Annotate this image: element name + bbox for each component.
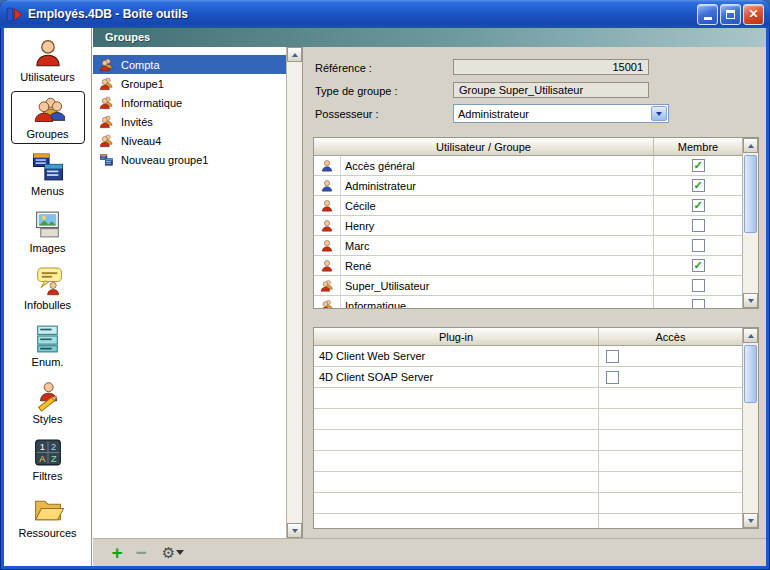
column-header-member[interactable]: Membre [654, 138, 742, 155]
members-scrollbar[interactable] [742, 138, 758, 308]
images-icon [31, 208, 65, 241]
member-row[interactable]: Informatique [314, 296, 742, 308]
delete-group-button[interactable]: − [129, 542, 153, 564]
sidebar-item-label: Filtres [33, 470, 63, 482]
plugin-row[interactable]: 4D Client Web Server [314, 346, 742, 367]
member-icon-cell [314, 296, 341, 308]
member-name: Super_Utilisateur [341, 276, 654, 295]
section-title: Groupes [105, 31, 150, 43]
sidebar-item-label: Utilisateurs [20, 71, 74, 83]
member-row[interactable]: Cécile [314, 196, 742, 216]
group-list-item-groupe1[interactable]: Groupe1 [93, 74, 286, 93]
scroll-up-icon[interactable] [287, 47, 302, 62]
scroll-down-icon[interactable] [743, 293, 758, 308]
member-name: Accès général [341, 156, 654, 175]
column-header-user-group[interactable]: Utilisateur / Groupe [314, 138, 654, 155]
group-list-item-informatique[interactable]: Informatique [93, 93, 286, 112]
member-icon-cell [314, 236, 341, 255]
member-row[interactable]: Accès général [314, 156, 742, 176]
member-checkbox[interactable] [692, 259, 705, 272]
member-cell [654, 276, 742, 295]
maximize-button[interactable] [720, 4, 741, 25]
menus-icon [31, 151, 65, 184]
empty-cell [599, 451, 742, 471]
plugin-empty-row [314, 451, 742, 472]
member-name: Cécile [341, 196, 654, 215]
sidebar-item-menus[interactable]: Menus [11, 148, 85, 201]
member-checkbox[interactable] [692, 219, 705, 232]
empty-cell [314, 451, 599, 471]
close-icon: ✕ [748, 8, 758, 20]
filtres-icon: 12AZ [31, 436, 65, 469]
group-list-item-nouveau-groupe1[interactable]: Nouveau groupe1 [93, 150, 286, 169]
caret-down-icon [176, 550, 184, 555]
member-checkbox[interactable] [692, 199, 705, 212]
member-row[interactable]: Henry [314, 216, 742, 236]
column-header-plugin[interactable]: Plug-in [314, 328, 599, 345]
empty-cell [599, 409, 742, 429]
sidebar-item-ressources[interactable]: Ressources [11, 490, 85, 543]
members-table-header: Utilisateur / Groupe Membre [314, 138, 742, 156]
empty-cell [599, 472, 742, 492]
add-group-button[interactable]: + [105, 542, 129, 564]
chevron-down-icon[interactable] [651, 106, 667, 121]
group-name: Groupe1 [121, 78, 164, 90]
user-red-icon [319, 219, 335, 233]
group-name: Nouveau groupe1 [121, 154, 208, 166]
member-row[interactable]: Administrateur [314, 176, 742, 196]
member-checkbox[interactable] [692, 159, 705, 172]
minus-icon: − [135, 542, 146, 564]
group-list-rows: ComptaGroupe1InformatiqueInvitésNiveau4N… [93, 55, 286, 169]
member-row[interactable]: Marc [314, 236, 742, 256]
group-list-scrollbar[interactable] [286, 47, 302, 538]
owner-dropdown[interactable]: Administrateur [453, 104, 669, 123]
group-list-item-niveau4[interactable]: Niveau4 [93, 131, 286, 150]
titlebar[interactable]: Employés.4DB - Boîte outils ✕ [0, 0, 770, 28]
scroll-up-icon[interactable] [743, 138, 758, 153]
member-cell [654, 296, 742, 308]
user-icon [31, 37, 65, 70]
scroll-thumb[interactable] [744, 345, 757, 403]
group-list-item-compta[interactable]: Compta [93, 55, 286, 74]
member-checkbox[interactable] [692, 279, 705, 292]
plugin-empty-row [314, 388, 742, 409]
member-row[interactable]: René [314, 256, 742, 276]
sidebar-item-styles[interactable]: Styles [11, 376, 85, 429]
sidebar-item-label: Ressources [18, 527, 76, 539]
minimize-button[interactable] [697, 4, 718, 25]
member-row[interactable]: Super_Utilisateur [314, 276, 742, 296]
sidebar-item-groupes[interactable]: Groupes [11, 91, 85, 144]
member-checkbox[interactable] [692, 239, 705, 252]
svg-text:A: A [39, 454, 46, 464]
plugins-scrollbar[interactable] [742, 328, 758, 528]
close-button[interactable]: ✕ [743, 4, 764, 25]
maximize-icon [726, 10, 735, 19]
sidebar-item-label: Styles [33, 413, 63, 425]
styles-icon [31, 379, 65, 412]
column-header-access[interactable]: Accès [599, 328, 742, 345]
member-cell [654, 156, 742, 175]
actions-menu-button[interactable]: ⚙ [161, 542, 185, 564]
sidebar-item-utilisateurs[interactable]: Utilisateurs [11, 34, 85, 87]
scroll-down-icon[interactable] [743, 513, 758, 528]
member-checkbox[interactable] [692, 179, 705, 192]
member-icon-cell [314, 156, 341, 175]
sidebar-item-label: Infobulles [24, 299, 71, 311]
sidebar-item-images[interactable]: Images [11, 205, 85, 258]
sidebar-item-filtres[interactable]: 12AZFiltres [11, 433, 85, 486]
scroll-up-icon[interactable] [743, 328, 758, 343]
plugin-row[interactable]: 4D Client SOAP Server [314, 367, 742, 388]
scroll-thumb[interactable] [744, 155, 757, 233]
sidebar-item-enum[interactable]: Enum. [11, 319, 85, 372]
group-list-item-invites[interactable]: Invités [93, 112, 286, 131]
empty-cell [599, 493, 742, 513]
bottom-toolbar: + − ⚙ [93, 538, 766, 566]
scroll-down-icon[interactable] [287, 523, 302, 538]
member-icon-cell [314, 276, 341, 295]
plugins-table-body: 4D Client Web Server4D Client SOAP Serve… [314, 346, 742, 528]
access-checkbox[interactable] [606, 350, 619, 363]
sidebar-item-infobulles[interactable]: Infobulles [11, 262, 85, 315]
member-name: Henry [341, 216, 654, 235]
access-checkbox[interactable] [606, 371, 619, 384]
member-checkbox[interactable] [692, 299, 705, 308]
